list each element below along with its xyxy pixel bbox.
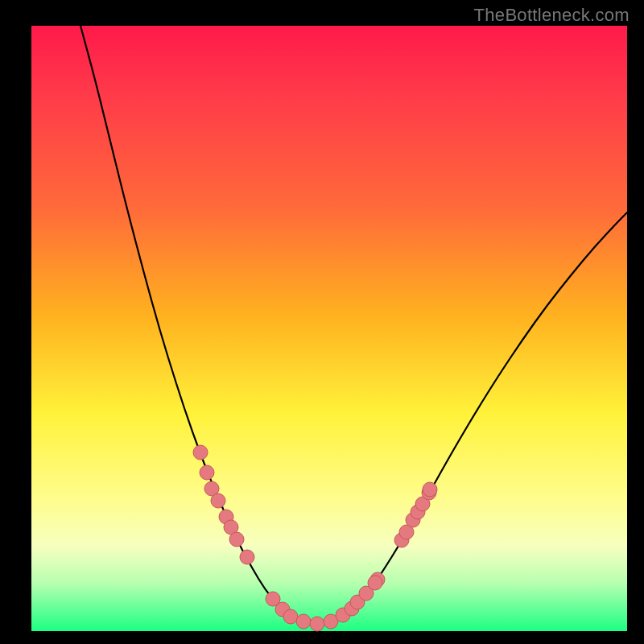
chart-overlay <box>31 26 627 631</box>
data-dot <box>200 465 214 480</box>
data-dot <box>296 614 311 629</box>
chart-frame: TheBottleneck.com <box>0 0 644 644</box>
dots-group <box>193 445 437 631</box>
data-dot <box>310 617 324 631</box>
data-dot <box>193 445 208 460</box>
data-dot <box>211 493 225 508</box>
data-dot <box>423 482 437 497</box>
data-dot <box>240 550 254 564</box>
data-dot <box>283 609 298 624</box>
data-dot <box>368 576 382 590</box>
watermark-text: TheBottleneck.com <box>474 5 630 26</box>
data-dot <box>229 532 244 547</box>
bottleneck-curve <box>80 26 627 625</box>
